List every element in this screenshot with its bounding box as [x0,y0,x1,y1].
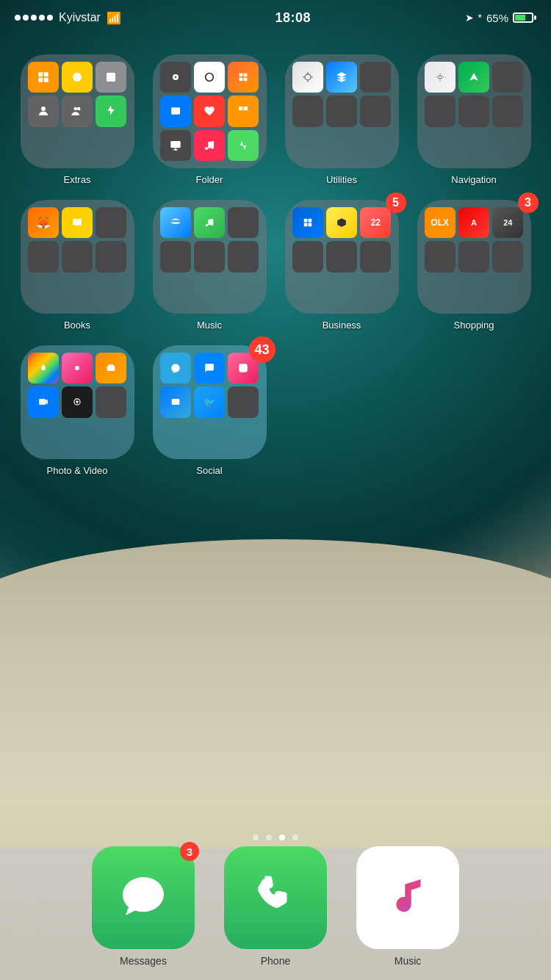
folder-mini-app: 24 [492,207,523,238]
svg-rect-17 [171,108,180,115]
folder-mini-app [96,353,126,383]
svg-rect-32 [308,223,311,227]
folder-icon-business[interactable]: 22 5 [285,200,399,314]
folder-icon-shopping[interactable]: OLX A 24 3 [417,200,531,314]
music-app-label: Music [395,955,422,967]
dock-phone[interactable]: Phone [224,846,327,967]
folder-icon-social[interactable]: 🐦 43 [153,345,267,459]
folder-mini-app [160,241,191,272]
folder-mini-app [62,62,93,93]
dock-music[interactable]: Music [356,846,459,967]
signal-dot [39,15,45,21]
svg-rect-0 [38,72,43,76]
folder-shopping[interactable]: OLX A 24 3 Shopping [415,200,533,331]
svg-point-22 [205,147,208,150]
folder-mini-app [326,241,357,272]
location-icon: ➤ [465,12,474,24]
svg-rect-14 [244,73,248,77]
svg-point-40 [242,367,245,370]
folder-mini-app [28,62,59,93]
folder-mini-app [360,62,391,93]
svg-rect-19 [170,141,180,148]
folder-mini-app [292,207,323,238]
folder-label-photo: Photo & Video [47,465,108,476]
folder-label-navigation: Navigation [451,174,496,185]
folder-icon-utilities[interactable] [285,54,399,168]
folder-icon-folder[interactable] [153,54,267,168]
folder-icon-photo[interactable] [21,345,134,459]
folder-mini-app [96,207,126,238]
svg-point-7 [41,107,46,111]
svg-rect-42 [171,399,179,405]
svg-marker-26 [469,73,478,81]
folder-mini-app [425,96,455,126]
svg-rect-16 [244,78,248,82]
phone-icon[interactable] [224,846,327,949]
music-app-icon[interactable] [356,846,459,949]
folder-mini-app [492,96,523,126]
folder-music[interactable]: Music [151,200,268,331]
folder-utilities[interactable]: Utilities [283,54,400,185]
battery-body [513,12,533,23]
folder-badge-social: 43 [249,336,276,363]
folder-icon-navigation[interactable] [417,54,531,168]
page-dot-1[interactable] [253,835,259,840]
status-right: ➤ * 65% [465,12,536,24]
svg-point-12 [206,73,214,82]
folder-mini-app [62,353,93,383]
folder-mini-app [228,241,259,272]
folder-mini-app [194,62,225,93]
folder-mini-app [96,241,126,272]
folder-mini-app [292,62,323,93]
folder-label-folder: Folder [196,174,223,185]
folder-social[interactable]: 🐦 43 Social [151,345,268,476]
messages-icon[interactable]: 3 [92,846,195,949]
folder-folder[interactable]: Folder [151,54,268,185]
folder-mini-app [492,241,523,272]
svg-marker-37 [46,400,48,405]
folder-mini-app [292,241,323,272]
messages-badge: 3 [180,842,199,861]
signal-dot [23,15,29,21]
folder-mini-app [292,96,323,126]
signal-dots [15,15,53,21]
folder-mini-app [160,130,191,161]
folder-books[interactable]: 🦊 Books [18,200,136,331]
folder-icon-music[interactable] [153,200,267,314]
folder-business[interactable]: 22 5 Business [283,200,400,331]
folder-mini-app [326,207,357,238]
page-dot-2[interactable] [266,835,272,840]
apps-grid: Extras [0,40,551,491]
dock-messages[interactable]: 3 Messages [92,846,195,967]
folder-icon-extras[interactable] [21,54,134,168]
page-dot-3[interactable] [279,835,285,840]
folder-mini-app [326,62,357,93]
svg-point-34 [75,366,79,370]
folder-mini-app [160,96,191,126]
folder-mini-app: 🐦 [194,386,225,417]
folder-mini-app [62,386,93,417]
folder-mini-app: 22 [360,207,391,238]
carrier-name: Kyivstar [59,11,101,24]
svg-point-24 [305,74,311,80]
svg-point-35 [110,367,113,370]
folder-mini-app [194,241,225,272]
folder-mini-app [160,207,191,238]
folder-extras[interactable]: Extras [18,54,136,185]
folder-label-extras: Extras [64,174,91,185]
svg-rect-15 [240,78,243,82]
page-dot-4[interactable] [292,835,298,840]
svg-rect-31 [303,223,307,227]
folder-navigation[interactable]: Navigation [415,54,533,185]
svg-point-23 [211,145,214,148]
folder-mini-app [326,96,357,126]
folder-photo-video[interactable]: Photo & Video [18,345,136,476]
folder-icon-books[interactable]: 🦊 [21,200,134,314]
folder-mini-app [28,386,59,417]
folder-mini-app [194,353,225,383]
folder-badge-shopping: 3 [518,192,539,213]
folder-mini-app [194,207,225,238]
folder-mini-app [28,241,59,272]
folder-badge-business: 5 [386,192,406,213]
folder-mini-app [96,62,126,93]
